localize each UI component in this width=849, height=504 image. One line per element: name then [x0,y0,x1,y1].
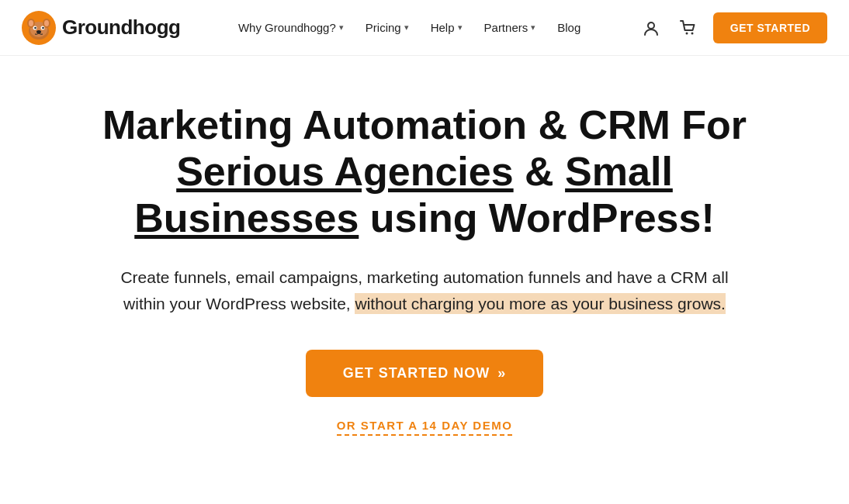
chevron-down-icon: ▾ [531,22,535,33]
chevron-down-icon: ▾ [404,22,409,33]
nav-item-partners[interactable]: Partners ▾ [475,15,546,40]
get-started-hero-label: GET STARTED NOW [343,365,490,381]
hero-subtitle: Create funnels, email campaigns, marketi… [114,264,735,316]
nav-item-pricing[interactable]: Pricing ▾ [356,15,418,40]
hero-title-part3: using WordPress! [359,195,714,240]
chevron-right-icon: » [497,365,506,381]
svg-point-6 [44,20,49,26]
nav-label-help: Help [431,21,455,34]
svg-point-9 [34,26,36,29]
svg-point-5 [29,20,33,26]
cart-icon[interactable] [676,16,701,40]
hero-title-part2: & [514,149,565,194]
nav-label-why: Why Groundhogg? [238,21,336,34]
svg-point-12 [648,22,654,29]
groundhogg-logo-icon [22,11,56,45]
svg-point-13 [685,32,688,34]
chevron-down-icon: ▾ [458,22,463,33]
nav-item-blog[interactable]: Blog [548,15,590,40]
hero-title-underline1: Serious Agencies [176,149,513,194]
chevron-down-icon: ▾ [339,22,344,33]
nav-label-pricing: Pricing [366,21,401,34]
hero-title-part1: Marketing Automation & CRM For [102,102,747,147]
nav-item-why-groundhogg[interactable]: Why Groundhogg? ▾ [229,15,353,40]
demo-link[interactable]: OR START A 14 DAY DEMO [337,419,513,432]
navbar-brand: Groundhogg [22,11,180,45]
hero-subtitle-highlight: without charging you more as your busine… [355,293,725,314]
navbar-right: GET STARTED [639,12,827,43]
navbar: Groundhogg Why Groundhogg? ▾ Pricing ▾ H… [0,0,849,56]
hero-title: Marketing Automation & CRM For Serious A… [62,102,787,241]
demo-link-label: OR START A 14 DAY DEMO [337,419,513,436]
hero-section: Marketing Automation & CRM For Serious A… [0,56,849,463]
svg-point-14 [691,32,693,34]
nav-label-blog: Blog [557,21,580,34]
nav-item-help[interactable]: Help ▾ [421,15,472,40]
svg-point-11 [36,30,41,33]
svg-point-10 [42,26,44,29]
navbar-nav: Why Groundhogg? ▾ Pricing ▾ Help ▾ Partn… [229,15,590,40]
brand-name: Groundhogg [62,16,180,40]
get-started-nav-button[interactable]: GET STARTED [713,12,827,43]
get-started-hero-button[interactable]: GET STARTED NOW » [306,350,544,397]
nav-label-partners: Partners [484,21,528,34]
account-icon[interactable] [639,16,664,40]
